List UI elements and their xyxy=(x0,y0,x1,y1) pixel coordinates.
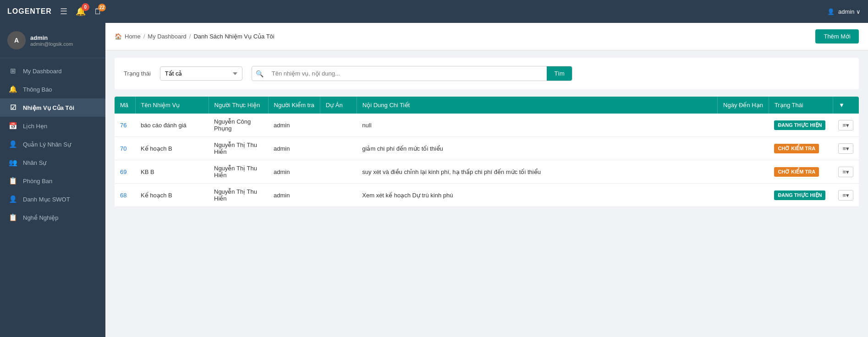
page-content: Trạng thái Tất cả Đang Thực Hiện Chờ Kiể… xyxy=(105,50,868,337)
sidebar-item-phong-ban[interactable]: 📋 Phòng Ban xyxy=(0,172,105,190)
sidebar-menu: ⊞ My Dashboard 🔔 Thông Báo ☑ Nhiệm Vụ Củ… xyxy=(0,58,105,337)
action-button[interactable]: ≡▾ xyxy=(838,167,853,177)
sidebar: A admin admin@logsik.com ⊞ My Dashboard … xyxy=(0,23,105,337)
cell-id[interactable]: 68 xyxy=(115,184,135,207)
status-badge: ĐANG THỰC HIỆN xyxy=(774,120,825,130)
sidebar-label-swot: Danh Mục SWOT xyxy=(23,196,70,203)
sidebar-label-quan-ly: Quản Lý Nhân Sự xyxy=(23,141,71,148)
profile-email: admin@logsik.com xyxy=(30,41,73,47)
breadcrumb: 🏠 Home / My Dashboard / Danh Sách Nhiệm … xyxy=(115,33,275,40)
search-icon: 🔍 xyxy=(252,70,267,77)
clipboard-icon[interactable]: 🗒 22 xyxy=(94,7,102,16)
sidebar-item-nhan-su[interactable]: 👥 Nhân Sự xyxy=(0,153,105,172)
sidebar-item-lich-hen[interactable]: 📅 Lịch Hẹn xyxy=(0,117,105,135)
status-badge: CHỜ KIỂM TRA xyxy=(774,167,819,177)
table-row: 70 Kế hoạch B Nguyễn Thị Thu Hiền admin … xyxy=(115,137,859,160)
profile-info: admin admin@logsik.com xyxy=(30,34,73,47)
them-moi-button[interactable]: Thêm Mới xyxy=(815,29,859,43)
sidebar-label-phong-ban: Phòng Ban xyxy=(23,178,52,185)
sidebar-item-quan-ly-nhan-su[interactable]: 👤 Quản Lý Nhân Sự xyxy=(0,135,105,153)
action-button[interactable]: ≡▾ xyxy=(838,120,853,130)
cell-nguoi-thuc: Nguyễn Thị Thu Hiền xyxy=(209,184,268,207)
action-button[interactable]: ≡▾ xyxy=(838,190,853,201)
people-icon: 👥 xyxy=(8,158,17,167)
cell-ten: Kế hoạch B xyxy=(135,184,209,207)
user-icon: 👤 xyxy=(827,8,835,15)
cell-nguoi-thuc: Nguyễn Công Phụng xyxy=(209,114,268,137)
breadcrumb-dashboard[interactable]: My Dashboard xyxy=(148,33,187,40)
status-badge: ĐANG THỰC HIỆN xyxy=(774,190,825,200)
th-action: ▼ xyxy=(833,97,859,114)
calendar-icon: 📅 xyxy=(8,122,17,130)
sort-icon: ▼ xyxy=(839,102,845,109)
department-icon: 📋 xyxy=(8,177,17,185)
sidebar-item-nghe-nghiep[interactable]: 📋 Nghề Nghiệp xyxy=(0,208,105,227)
cell-action: ≡▾ xyxy=(833,137,859,160)
th-noi-dung: Nội Dung Chi Tiết xyxy=(357,97,717,114)
search-button[interactable]: Tìm xyxy=(547,66,571,81)
cell-nguoi-kiem: admin xyxy=(268,160,320,184)
task-table: Mã Tên Nhiệm Vụ Người Thực Hiện Người Ki… xyxy=(115,97,859,207)
sidebar-label-nhiem-vu: Nhiệm Vụ Của Tôi xyxy=(23,104,74,111)
cell-nguoi-kiem: admin xyxy=(268,137,320,160)
cell-noi-dung: suy xét và điều chỉnh lại kinh phí, hạ t… xyxy=(357,160,717,184)
search-input[interactable] xyxy=(267,67,547,80)
cell-ten: Kế hoạch B xyxy=(135,137,209,160)
bell-sidebar-icon: 🔔 xyxy=(8,85,17,93)
person-icon: 👤 xyxy=(8,140,17,148)
sidebar-label-nhan-su: Nhân Sự xyxy=(23,159,46,166)
profile-name: admin xyxy=(30,34,73,41)
cell-du-an xyxy=(320,160,357,184)
main-layout: A admin admin@logsik.com ⊞ My Dashboard … xyxy=(0,23,868,337)
table-row: 68 Kế hoạch B Nguyễn Thị Thu Hiền admin … xyxy=(115,184,859,207)
user-menu[interactable]: 👤 admin ∨ xyxy=(827,8,861,15)
status-badge: CHỜ KIỂM TRA xyxy=(774,144,819,153)
th-nguoi-kiem: Người Kiểm tra xyxy=(268,97,320,114)
cell-nguoi-thuc: Nguyễn Thị Thu Hiền xyxy=(209,160,268,184)
sidebar-item-my-dashboard[interactable]: ⊞ My Dashboard xyxy=(0,62,105,80)
sidebar-label-lich-hen: Lịch Hẹn xyxy=(23,123,47,130)
admin-label: admin ∨ xyxy=(838,8,861,15)
sidebar-item-thong-bao[interactable]: 🔔 Thông Báo xyxy=(0,80,105,98)
search-box: 🔍 Tìm xyxy=(252,66,572,81)
clipboard-badge: 22 xyxy=(98,4,106,11)
sidebar-profile: A admin admin@logsik.com xyxy=(0,23,105,58)
cell-trang-thai: ĐANG THỰC HIỆN xyxy=(769,114,833,137)
task-icon: ☑ xyxy=(8,103,17,112)
cell-id[interactable]: 70 xyxy=(115,137,135,160)
sidebar-item-danh-muc-swot[interactable]: 👤 Danh Mục SWOT xyxy=(0,190,105,208)
sidebar-label-nghe-nghiep: Nghề Nghiệp xyxy=(23,214,58,221)
cell-noi-dung: null xyxy=(357,114,717,137)
cell-ngay xyxy=(718,160,769,184)
sidebar-item-nhiem-vu[interactable]: ☑ Nhiệm Vụ Của Tôi xyxy=(0,98,105,117)
cell-action: ≡▾ xyxy=(833,184,859,207)
breadcrumb-home[interactable]: Home xyxy=(125,33,141,40)
bell-badge: 0 xyxy=(82,3,89,11)
app-logo: LOGENTER xyxy=(7,7,52,16)
topnav-left: LOGENTER ☰ 🔔 0 🗒 22 xyxy=(7,6,102,16)
bell-icon[interactable]: 🔔 0 xyxy=(76,6,86,16)
th-ma: Mã xyxy=(115,97,135,114)
content-area: 🏠 Home / My Dashboard / Danh Sách Nhiệm … xyxy=(105,23,868,337)
th-ten: Tên Nhiệm Vụ xyxy=(135,97,209,114)
table-body: 76 báo cáo đánh giá Nguyễn Công Phụng ad… xyxy=(115,114,859,207)
menu-icon[interactable]: ☰ xyxy=(60,6,67,16)
status-filter[interactable]: Tất cả Đang Thực Hiện Chờ Kiểm Tra Hoàn … xyxy=(160,66,242,81)
cell-noi-dung: Xem xét kế hoạch Dự trù kinh phú xyxy=(357,184,717,207)
action-button[interactable]: ≡▾ xyxy=(838,143,853,154)
sep1: / xyxy=(143,33,145,40)
cell-id[interactable]: 69 xyxy=(115,160,135,184)
home-icon: 🏠 xyxy=(115,33,122,40)
breadcrumb-bar: 🏠 Home / My Dashboard / Danh Sách Nhiệm … xyxy=(105,23,868,50)
breadcrumb-current: Danh Sách Nhiệm Vụ Của Tôi xyxy=(193,33,274,40)
cell-id[interactable]: 76 xyxy=(115,114,135,137)
sidebar-label-dashboard: My Dashboard xyxy=(23,68,62,75)
cell-trang-thai: CHỜ KIỂM TRA xyxy=(769,137,833,160)
sidebar-label-thong-bao: Thông Báo xyxy=(23,86,52,93)
top-nav: LOGENTER ☰ 🔔 0 🗒 22 👤 admin ∨ xyxy=(0,0,868,23)
cell-action: ≡▾ xyxy=(833,160,859,184)
cell-action: ≡▾ xyxy=(833,114,859,137)
table-row: 69 KB B Nguyễn Thị Thu Hiền admin suy xé… xyxy=(115,160,859,184)
avatar: A xyxy=(7,31,26,49)
table-header-row: Mã Tên Nhiệm Vụ Người Thực Hiện Người Ki… xyxy=(115,97,859,114)
